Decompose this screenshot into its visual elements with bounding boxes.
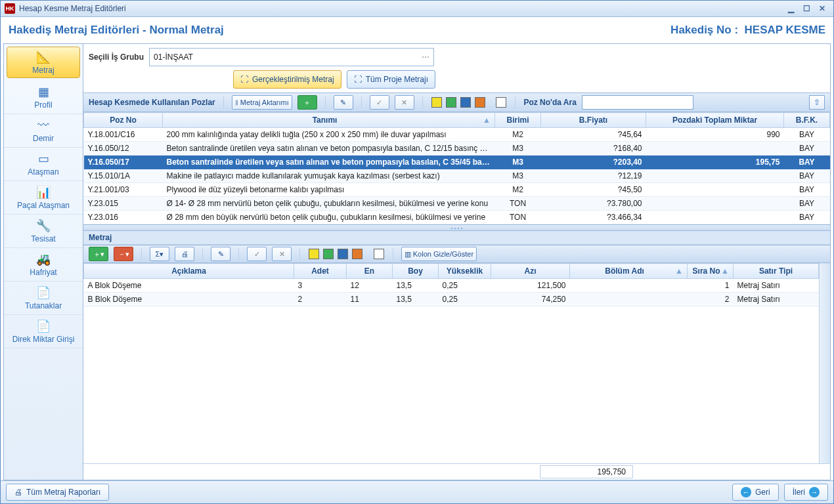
mcol-boy[interactable]: Boy	[393, 264, 439, 279]
mcol-adet[interactable]: Adet	[294, 264, 347, 279]
realized-metraj-button[interactable]: ⛶ Gerçekleştirilmiş Metraj	[233, 70, 341, 89]
main-area: Seçili İş Grubu 01-İNŞAAT ⋯ ⛶ Gerçekleşt…	[83, 44, 830, 480]
grid-icon: ▦	[36, 85, 51, 99]
table-row[interactable]: Y.23.015Ø 14- Ø 28 mm nervürlü beton çel…	[84, 197, 830, 211]
metraj-transfer-button[interactable]: ⫴ Metraj Aktarımı	[232, 95, 292, 110]
pozno-search-input[interactable]	[582, 95, 693, 110]
action-toolbar: ⛶ Gerçekleştirilmiş Metraj ⛶ Tüm Proje M…	[83, 70, 830, 93]
group-toolbar: Seçili İş Grubu 01-İNŞAAT ⋯	[83, 44, 830, 70]
document-edit-icon: 📄	[36, 319, 51, 333]
metraj-table-head: Açıklama Adet En Boy Yükseklik Azı Bölüm…	[84, 264, 819, 279]
mcol-yukseklik[interactable]: Yükseklik	[439, 264, 491, 279]
sidebar-item-demir[interactable]: 〰 Demir	[4, 114, 83, 148]
arrow-right-icon: →	[809, 487, 820, 497]
print-button[interactable]: 🖨	[175, 247, 194, 261]
sidebar-item-atasman[interactable]: ▭ Ataşman	[4, 148, 83, 181]
table-row[interactable]: Y.21.001/03Plywood ile düz yüzeyli beton…	[84, 183, 830, 197]
eraser-button[interactable]: ✎	[334, 95, 353, 110]
frame-icon: ▭	[36, 152, 51, 166]
next-button[interactable]: İleri →	[784, 484, 828, 501]
splitter[interactable]: • • • •	[83, 224, 830, 231]
sidebar-item-hafriyat[interactable]: 🚜 Hafriyat	[4, 248, 83, 282]
columns-icon: ▥	[405, 250, 411, 259]
collapse-up-button[interactable]: ⇧	[809, 95, 825, 110]
sidebar: 📐 Metraj ▦ Profil 〰 Demir ▭ Ataşman 📊 Pa…	[4, 44, 83, 480]
group-label: Seçili İş Grubu	[89, 52, 144, 62]
sidebar-item-pacal-atasman[interactable]: 📊 Paçal Ataşman	[4, 181, 83, 215]
m-color-yellow[interactable]	[309, 249, 319, 259]
table-row[interactable]: Y.23.016Ø 28 mm den büyük nervürlü beton…	[84, 211, 830, 224]
table-row[interactable]: A Blok Döşeme31213,50,25121,5001Metraj S…	[84, 279, 819, 293]
m-color-green[interactable]	[323, 249, 334, 259]
col-bfk[interactable]: B.F.K.	[784, 113, 830, 128]
table-row[interactable]: B Blok Döşeme21113,50,2574,2502Metraj Sa…	[84, 293, 819, 306]
col-bfiyat[interactable]: B.Fiyatı	[541, 113, 646, 128]
m-color-white[interactable]	[374, 249, 384, 259]
printer-icon: 🖨	[14, 488, 22, 497]
color-yellow[interactable]	[431, 97, 442, 108]
kolon-toggle-button[interactable]: ▥ Kolon Gizle/Göster	[401, 247, 477, 261]
table-row[interactable]: Y.16.050/17Beton santralinde üretilen ve…	[84, 156, 830, 169]
back-button[interactable]: ← Geri	[732, 484, 779, 501]
metraj-check-button[interactable]: ✓	[247, 247, 267, 261]
sort-asc-icon: ▲	[483, 116, 491, 125]
mcol-en[interactable]: En	[347, 264, 393, 279]
bottom-bar: 🖨 Tüm Metraj Raporları ← Geri İleri →	[1, 480, 833, 503]
color-blue[interactable]	[460, 97, 471, 108]
sidebar-item-direk-miktar[interactable]: 📄 Direk Miktar Girişi	[4, 315, 83, 348]
maximize-icon[interactable]: ☐	[799, 3, 814, 14]
sidebar-item-tesisat[interactable]: 🔧 Tesisat	[4, 215, 83, 248]
group-combo[interactable]: 01-İNŞAAT ⋯	[149, 48, 434, 66]
mcol-aciklama[interactable]: Açıklama	[84, 264, 294, 279]
metraj-remove-button[interactable]: －▾	[114, 247, 133, 261]
ruler-pencil-icon: 📐	[36, 50, 51, 64]
titlebar: HK Hesap Kesme Metraj Editörleri ▁ ☐ ✕	[1, 1, 833, 17]
eraser-icon: ✎	[340, 98, 346, 107]
search-label: Poz No'da Ara	[523, 98, 576, 107]
chevron-down-icon: ⋯	[422, 52, 429, 62]
metraj-section-label: Metraj	[83, 231, 830, 245]
all-project-metraj-button[interactable]: ⛶ Tüm Proje Metrajı	[347, 70, 435, 89]
crop-icon: ⛶	[240, 75, 248, 84]
sigma-button[interactable]: Σ▾	[150, 247, 169, 261]
all-reports-button[interactable]: 🖨 Tüm Metraj Raporları	[6, 484, 109, 501]
printer-icon: 🖨	[181, 250, 188, 258]
col-miktar[interactable]: Pozdaki Toplam Miktar	[646, 113, 784, 128]
mcol-sirano[interactable]: Sıra No ▲	[688, 264, 734, 279]
m-color-blue[interactable]	[338, 249, 348, 259]
metraj-table-body: A Blok Döşeme31213,50,25121,5001Metraj S…	[84, 279, 819, 306]
vertical-scrollbar[interactable]	[819, 263, 830, 463]
sidebar-item-tutanaklar[interactable]: 📄 Tutanaklar	[4, 282, 83, 315]
pipe-icon: 🔧	[36, 219, 51, 233]
color-green[interactable]	[446, 97, 456, 108]
check-button[interactable]: ✓	[370, 95, 389, 110]
table-row[interactable]: Y.15.010/1AMakine ile patlayıcı madde ku…	[84, 169, 830, 183]
cancel-x-button[interactable]: ✕	[395, 95, 414, 110]
minimize-icon[interactable]: ▁	[783, 3, 798, 14]
color-swatches	[431, 97, 508, 108]
col-tanim[interactable]: Tanımı ▲	[163, 113, 495, 128]
sidebar-item-metraj[interactable]: 📐 Metraj	[7, 47, 80, 78]
hakedis-no: Hakediş No : HESAP KESME	[670, 24, 825, 37]
chevron-up-icon: ⇧	[814, 98, 820, 107]
table-row[interactable]: Y.18.001/C16200 mm kalınlığında yatay de…	[84, 128, 830, 142]
document-icon: 📄	[36, 285, 51, 300]
color-white[interactable]	[496, 97, 506, 108]
col-pozno[interactable]: Poz No	[84, 113, 163, 128]
rebar-icon: 〰	[36, 118, 51, 133]
m-color-orange[interactable]	[352, 249, 362, 259]
table-row[interactable]: Y.16.050/12Beton santralinde üretilen ve…	[84, 142, 830, 156]
metraj-cancel-button[interactable]: ✕	[272, 247, 292, 261]
mcol-bolum[interactable]: Bölüm Adı ▲	[570, 264, 688, 279]
col-birim[interactable]: Birimi	[495, 113, 541, 128]
poz-table: Poz No Tanımı ▲ Birimi B.Fiyatı Pozdaki …	[83, 112, 830, 224]
metraj-add-button[interactable]: ＋▾	[89, 247, 108, 261]
edit-button[interactable]: ✎	[211, 247, 230, 261]
add-button[interactable]: ＋	[297, 95, 317, 110]
page-header: Hakediş Metraj Editörleri - Normal Metra…	[1, 17, 833, 43]
sidebar-item-profil[interactable]: ▦ Profil	[4, 81, 83, 114]
mcol-azi[interactable]: Azı	[491, 264, 570, 279]
mcol-satirtipi[interactable]: Satır Tipi	[734, 264, 819, 279]
color-orange[interactable]	[475, 97, 485, 108]
close-icon[interactable]: ✕	[815, 3, 829, 14]
